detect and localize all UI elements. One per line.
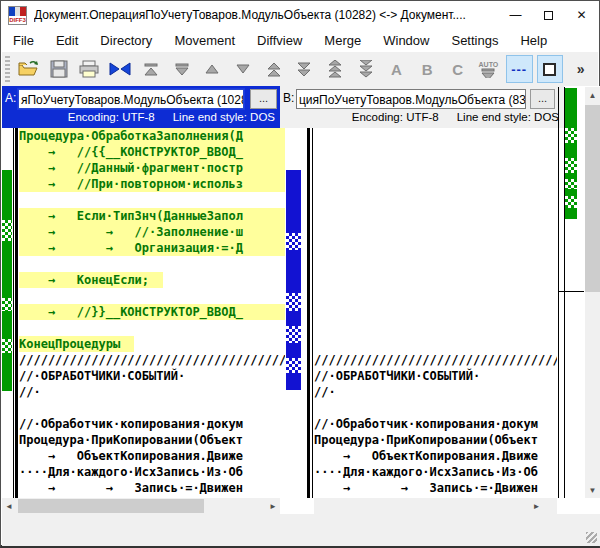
code-line[interactable] (314, 192, 557, 208)
toolbar-overflow-button[interactable]: » (567, 55, 594, 83)
prev-unsolved-conflict-button[interactable] (322, 55, 349, 83)
resize-grip[interactable] (586, 532, 597, 543)
code-line[interactable]: → //{{__КОНСТРУКТОР_ВВОД_ (19, 144, 285, 160)
code-line[interactable]: //·Обработчик·копирования·докум (314, 416, 557, 432)
code-line[interactable]: ····Для·каждого·ИсхЗапись·Из·Об (19, 464, 285, 480)
vertical-scrollbar[interactable]: ▲ ▼ (585, 87, 600, 498)
code-line[interactable]: → Если·ТипЗнч(ДанныеЗапол (19, 208, 285, 224)
code-line[interactable]: Процедура·ПриКопировании(Объект (314, 432, 557, 448)
code-line[interactable]: → → Запись·=·Движен (314, 480, 557, 496)
scroll-down-button[interactable]: ▼ (585, 482, 600, 498)
code-line[interactable]: //·Обработчик·копирования·докум (19, 416, 285, 432)
go-first-delta-button[interactable] (138, 55, 165, 83)
code-line[interactable] (314, 288, 557, 304)
select-line-c-button[interactable]: C (444, 55, 471, 83)
menu-item-file[interactable]: File (2, 29, 45, 52)
close-button[interactable]: ✕ (565, 1, 598, 29)
code-line[interactable] (314, 320, 557, 336)
pane-b-filename-field[interactable]: цияПоУчетуТоваров.МодульОбъекта (8314) (296, 89, 526, 109)
code-line[interactable] (19, 320, 285, 336)
open-file-button[interactable] (15, 55, 42, 83)
show-linenumbers-toggle[interactable] (537, 55, 564, 83)
print-button[interactable] (76, 55, 103, 83)
toolbar-grip[interactable] (5, 56, 10, 82)
minimize-button[interactable]: — (499, 1, 532, 29)
code-line[interactable] (314, 144, 557, 160)
code-line[interactable] (19, 192, 285, 208)
prev-conflict-button[interactable] (260, 55, 287, 83)
code-line[interactable] (314, 400, 557, 416)
code-line[interactable]: ////////////////////////////////////// (314, 352, 557, 368)
menu-item-window[interactable]: Window (372, 29, 440, 52)
select-line-a-button[interactable]: A (383, 55, 410, 83)
code-line[interactable] (314, 208, 557, 224)
show-whitespace-toggle[interactable]: --- (506, 55, 533, 83)
go-last-delta-button[interactable] (168, 55, 195, 83)
code-line[interactable] (314, 128, 557, 144)
menu-item-diffview[interactable]: Diffview (246, 29, 313, 52)
pane-b-text[interactable]: ////////////////////////////////////////… (314, 128, 557, 498)
go-current-delta-button[interactable] (107, 55, 134, 83)
maximize-button[interactable] (532, 1, 565, 29)
vertical-scrollbar-thumb[interactable] (585, 105, 600, 292)
code-line[interactable] (314, 224, 557, 240)
overview-column[interactable] (564, 87, 577, 498)
menu-item-directory[interactable]: Directory (89, 29, 163, 52)
menu-item-edit[interactable]: Edit (45, 29, 89, 52)
code-line[interactable]: → ОбъектКопирования.Движе (314, 448, 557, 464)
select-line-b-button[interactable]: B (414, 55, 441, 83)
scroll-right-button[interactable]: ► (266, 498, 280, 514)
menu-item-movement[interactable]: Movement (163, 29, 246, 52)
pane-a-text[interactable]: Процедура·ОбработкаЗаполнения(Д → //{{__… (19, 128, 285, 498)
code-line[interactable]: → → //·Заполнение·ш (19, 224, 285, 240)
code-line[interactable]: → //При·повторном·использ (19, 176, 285, 192)
code-line[interactable]: //·ОБРАБОТЧИКИ·СОБЫТИЙ· (314, 368, 557, 384)
code-line[interactable]: КонецПроцедуры (19, 336, 285, 352)
code-line[interactable] (314, 176, 557, 192)
scroll-left-button[interactable]: ◄ (2, 498, 16, 514)
code-line[interactable]: //·ОБРАБОТЧИКИ·СОБЫТИЙ· (19, 368, 285, 384)
diff-strip-segment (2, 241, 12, 298)
auto-advance-button[interactable]: AUTO (475, 55, 502, 83)
code-line[interactable] (19, 256, 285, 272)
prev-delta-button[interactable] (199, 55, 226, 83)
code-line[interactable] (314, 272, 557, 288)
pane-b-browse-button[interactable]: ... (530, 89, 555, 109)
pane-a-filename-field[interactable]: яПоУчетуТоваров.МодульОбъекта (10282) (18, 89, 244, 109)
code-line[interactable]: //· (19, 384, 285, 400)
code-line[interactable]: ////////////////////////////////////// (19, 352, 285, 368)
pane-a-hscroll-thumb[interactable] (18, 499, 204, 513)
code-line[interactable] (19, 400, 285, 416)
pane-splitter[interactable] (307, 128, 310, 498)
scroll-up-button[interactable]: ▲ (585, 87, 600, 103)
code-line[interactable]: → ОбъектКопирования.Движе (19, 448, 285, 464)
code-line[interactable]: → → Организация·=·Д (19, 240, 285, 256)
pane-b-horizontal-scrollbar[interactable]: ► (314, 498, 557, 514)
menu-item-settings[interactable]: Settings (440, 29, 509, 52)
code-line[interactable]: //· (314, 384, 557, 400)
code-line[interactable]: → КонецЕсли; (19, 272, 285, 288)
pane-a-horizontal-scrollbar[interactable]: ◄ ► (2, 498, 280, 514)
code-line[interactable] (314, 160, 557, 176)
menu-item-help[interactable]: Help (509, 29, 558, 52)
code-line[interactable]: → → Запись·=·Движен (19, 480, 285, 496)
code-line[interactable]: ····Для·каждого·ИсхЗапись·Из·Об (314, 464, 557, 480)
save-button[interactable] (45, 55, 72, 83)
code-line[interactable]: Процедура·ОбработкаЗаполнения(Д (19, 128, 285, 144)
code-line[interactable] (314, 256, 557, 272)
code-line[interactable] (314, 240, 557, 256)
code-line[interactable]: → //Данный·фрагмент·постр (19, 160, 285, 176)
next-conflict-button[interactable] (291, 55, 318, 83)
title-bar[interactable]: DIFF3 Документ.ОперацияПоУчетуТоваров.Мо… (2, 1, 598, 29)
code-line[interactable]: → //}}__КОНСТРУКТОР_ВВОД_ (19, 304, 285, 320)
pane-a-header: A: яПоУчетуТоваров.МодульОбъекта (10282)… (2, 86, 280, 128)
menu-item-merge[interactable]: Merge (313, 29, 372, 52)
scroll-right-button[interactable]: ► (529, 498, 544, 514)
code-line[interactable] (314, 336, 557, 352)
code-line[interactable] (19, 288, 285, 304)
pane-a-browse-button[interactable]: ... (250, 89, 277, 109)
next-unsolved-conflict-button[interactable] (352, 55, 379, 83)
next-delta-button[interactable] (230, 55, 257, 83)
code-line[interactable]: Процедура·ПриКопировании(Объект (19, 432, 285, 448)
code-line[interactable] (314, 304, 557, 320)
